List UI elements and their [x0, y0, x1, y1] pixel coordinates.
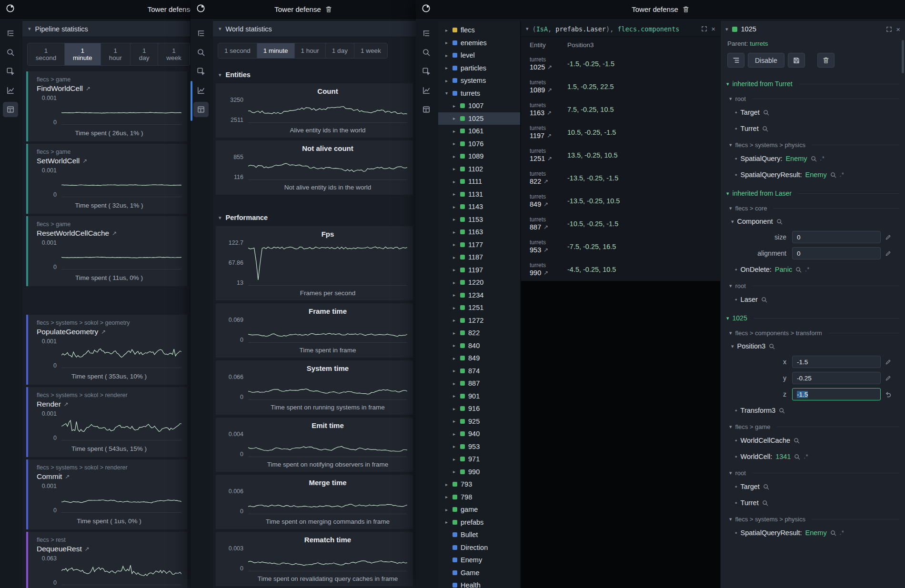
magnifier-icon[interactable] [794, 454, 800, 460]
chevron-right-icon[interactable]: ▸ [452, 381, 457, 386]
disable-button[interactable]: Disable [748, 53, 784, 68]
section-header[interactable]: ▾Entities [213, 64, 416, 83]
panel-header[interactable]: ▾ World statistics [213, 21, 416, 37]
search-icon[interactable] [3, 45, 18, 60]
component-category[interactable]: ▾flecs > systems > physics [721, 137, 905, 150]
edit-pencil-icon[interactable] [885, 250, 891, 257]
query-wildcard-icon[interactable]: .* [805, 266, 810, 273]
component-category[interactable]: ▾flecs > systems > physics [721, 511, 905, 525]
chevron-right-icon[interactable]: ▸ [452, 154, 457, 159]
chevron-right-icon[interactable]: ▸ [452, 280, 457, 285]
component-category[interactable]: ▾root [721, 278, 905, 291]
system-name-link[interactable]: DequeueRest↗ [37, 545, 90, 553]
component-category[interactable]: ▾flecs > core [721, 200, 905, 214]
system-name-link[interactable]: FindWorldCell↗ [37, 84, 90, 93]
chevron-right-icon[interactable]: ▸ [444, 53, 449, 58]
tree-item-Enemy[interactable]: Enemy [438, 554, 520, 567]
chevron-right-icon[interactable]: ▸ [452, 368, 457, 373]
query-result-row[interactable]: turrets1251↗13.5, -0.25, 10.5 [521, 144, 720, 167]
magnifier-icon[interactable] [769, 343, 775, 349]
chevron-right-icon[interactable]: ▸ [452, 457, 457, 462]
chevron-down-icon[interactable]: ▾ [444, 90, 449, 96]
tree-item-1089[interactable]: ▸1089 [438, 150, 520, 163]
magnifier-icon[interactable] [762, 126, 768, 132]
chevron-right-icon[interactable]: ▸ [452, 444, 457, 449]
outliner-icon[interactable] [3, 26, 18, 41]
tab-1-hour[interactable]: 1 hour [101, 43, 131, 65]
system-name-link[interactable]: Commit↗ [37, 472, 70, 481]
component-category[interactable]: ▾root [721, 90, 905, 104]
tree-item-1061[interactable]: ▸1061 [438, 125, 520, 138]
magnifier-icon[interactable] [830, 172, 836, 178]
magnifier-icon[interactable] [763, 484, 769, 490]
chevron-right-icon[interactable]: ▸ [452, 166, 457, 171]
component-category[interactable]: ▾flecs > components > transform [721, 325, 905, 339]
table-icon[interactable] [419, 102, 434, 117]
close-icon[interactable]: × [896, 26, 900, 33]
query-result-row[interactable]: turrets1025↗-1.5, -0.25, -1.5 [521, 52, 720, 75]
tree-item-1111[interactable]: ▸1111 [438, 175, 520, 188]
tree-item-925[interactable]: ▸925 [438, 415, 520, 428]
tree-item-1007[interactable]: ▸1007 [438, 100, 520, 112]
pair-value[interactable]: Panic [775, 266, 792, 273]
query-wildcard-icon[interactable]: .* [804, 453, 808, 460]
inspector-section-header[interactable]: ▾inherited from Turret [721, 73, 905, 90]
expand-icon[interactable] [701, 26, 707, 32]
chevron-right-icon[interactable]: ▸ [444, 519, 449, 525]
close-icon[interactable]: × [711, 25, 715, 32]
outliner-icon[interactable] [419, 26, 434, 41]
field-input-y[interactable]: -0.25 [792, 372, 881, 384]
search-icon[interactable] [193, 45, 209, 60]
tree-item-840[interactable]: ▸840 [438, 339, 520, 352]
system-name-link[interactable]: SetWorldCell↗ [37, 157, 87, 165]
chart-icon[interactable] [419, 83, 434, 98]
chevron-right-icon[interactable]: ▸ [444, 507, 449, 512]
inspector-section-header[interactable]: ▾inherited from Laser [721, 183, 905, 200]
parent-link[interactable]: turrets [750, 40, 768, 47]
chevron-down-icon[interactable]: ▾ [526, 26, 529, 32]
browse-tree-button[interactable] [727, 53, 744, 68]
chevron-right-icon[interactable]: ▸ [444, 78, 449, 83]
chevron-right-icon[interactable]: ▸ [452, 330, 457, 336]
outliner-icon[interactable] [193, 26, 209, 41]
chevron-right-icon[interactable]: ▸ [452, 229, 457, 235]
tree-item-874[interactable]: ▸874 [438, 365, 520, 378]
tree-item-1131[interactable]: ▸1131 [438, 188, 520, 201]
scrollbar-thumb[interactable] [902, 40, 904, 73]
revert-icon[interactable] [885, 391, 892, 398]
component-row-Component[interactable]: ▾Component [721, 214, 905, 229]
tab-1-week[interactable]: 1 week [354, 43, 387, 58]
magnifier-icon[interactable] [763, 110, 769, 116]
tab-1-week[interactable]: 1 week [158, 43, 190, 65]
select-icon[interactable] [419, 64, 434, 79]
edit-pencil-icon[interactable] [885, 375, 891, 381]
chevron-down-icon[interactable]: ▾ [731, 219, 734, 225]
chevron-right-icon[interactable]: ▸ [452, 179, 457, 184]
search-icon[interactable] [419, 45, 434, 60]
tree-item-1220[interactable]: ▸1220 [438, 276, 520, 289]
tree-item-Health[interactable]: Health [438, 579, 520, 588]
entity-link[interactable]: 849↗ [530, 200, 567, 209]
chevron-right-icon[interactable]: ▸ [444, 482, 449, 487]
chevron-right-icon[interactable]: ▸ [452, 318, 457, 323]
tree-item-Direction[interactable]: Direction [438, 541, 520, 554]
tree-item-level[interactable]: ▸level [438, 49, 520, 62]
entity-link[interactable]: 1163↗ [530, 109, 567, 117]
trash-icon[interactable] [683, 6, 689, 13]
tree-item-Game[interactable]: Game [438, 567, 520, 579]
chevron-right-icon[interactable]: ▸ [452, 191, 457, 197]
tree-item-1187[interactable]: ▸1187 [438, 251, 520, 264]
chart-icon[interactable] [3, 83, 18, 98]
query-result-row[interactable]: turrets849↗-13.5, -0.25, 10.5 [521, 189, 720, 212]
magnifier-icon[interactable] [779, 408, 785, 414]
tree-item-887[interactable]: ▸887 [438, 377, 520, 390]
tree-item-turrets[interactable]: ▾turrets [438, 87, 520, 100]
entity-link[interactable]: 1089↗ [530, 86, 567, 94]
field-input-size[interactable]: 0 [792, 231, 881, 243]
chevron-right-icon[interactable]: ▸ [452, 267, 457, 272]
tree-item-940[interactable]: ▸940 [438, 428, 520, 440]
query-wildcard-icon[interactable]: .* [820, 155, 825, 162]
field-input-x[interactable]: -1.5 [792, 356, 881, 368]
tree-item-1143[interactable]: ▸1143 [438, 200, 520, 213]
query-result-row[interactable]: turrets887↗-10.5, -0.25, -1.5 [521, 212, 720, 235]
